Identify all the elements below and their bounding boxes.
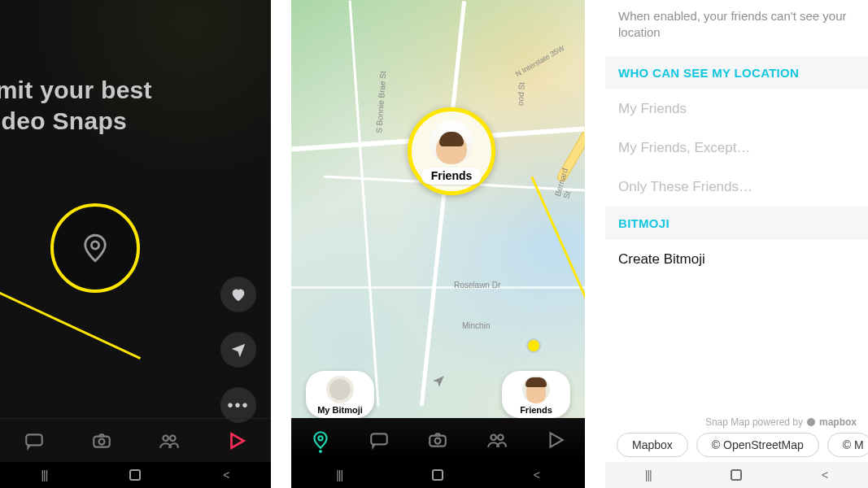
tab-friends[interactable]: [153, 425, 185, 457]
chip-label: My Bitmoji: [317, 405, 363, 415]
attribution-pills: Mapbox © OpenStreetMap © M: [605, 433, 868, 462]
play-icon: [545, 429, 566, 451]
chip-my-bitmoji[interactable]: My Bitmoji: [306, 371, 374, 418]
panel-gap: [271, 0, 291, 488]
tab-spotlight[interactable]: [220, 425, 253, 457]
svg-rect-7: [372, 434, 388, 444]
svg-point-3: [98, 438, 104, 444]
share-button[interactable]: [220, 332, 256, 368]
option-create-bitmoji[interactable]: Create Bitmoji: [605, 240, 868, 279]
pill-more[interactable]: © M: [827, 433, 868, 457]
tab-chat[interactable]: [363, 424, 395, 456]
android-nav-bar: ||| <: [605, 462, 868, 488]
pill-openstreetmap[interactable]: © OpenStreetMap: [696, 433, 819, 457]
svg-point-11: [498, 435, 504, 441]
nav-home[interactable]: [731, 469, 742, 481]
section-header-bitmoji: BITMOJI: [605, 207, 868, 240]
nav-back[interactable]: <: [223, 468, 229, 481]
pill-mapbox[interactable]: Mapbox: [617, 433, 688, 457]
android-nav-bar: ||| <: [0, 462, 271, 488]
attribution-prefix: Snap Map powered by: [705, 416, 803, 428]
like-button[interactable]: [220, 277, 256, 312]
location-pin-highlight[interactable]: [50, 203, 140, 293]
ellipsis-icon: •••: [227, 396, 249, 415]
promo-line-1: bmit your best: [0, 75, 260, 106]
bottom-tab-bar: [0, 418, 271, 462]
bitmoji-avatar: [430, 120, 473, 164]
panel-gap: [585, 0, 605, 488]
map-bottom-chips: My Bitmoji Friends: [291, 371, 585, 418]
heart-icon: [229, 285, 247, 303]
chat-icon: [24, 430, 45, 451]
option-only-these-friends[interactable]: Only These Friends…: [605, 168, 868, 207]
svg-point-6: [318, 436, 322, 440]
friends-callout-label: Friends: [421, 168, 482, 185]
spotlight-side-buttons: •••: [220, 277, 256, 423]
bottom-tab-bar: [291, 418, 585, 462]
nav-home[interactable]: [129, 469, 141, 481]
svg-point-4: [164, 435, 169, 441]
svg-point-5: [170, 435, 176, 441]
street-label: ood St: [516, 82, 526, 107]
nav-recents[interactable]: |||: [336, 468, 342, 481]
tab-camera[interactable]: [421, 424, 454, 456]
panel-settings: When enabled, your friends can't see you…: [605, 0, 868, 488]
android-nav-bar: ||| <: [291, 462, 585, 488]
svg-point-10: [491, 435, 496, 441]
send-icon: [229, 341, 247, 359]
play-icon: [226, 430, 247, 451]
camera-icon: [91, 430, 112, 451]
nav-back[interactable]: <: [534, 468, 540, 481]
location-pin-icon: [310, 429, 331, 451]
nav-recents[interactable]: |||: [645, 468, 652, 481]
nav-home[interactable]: [432, 469, 443, 481]
nav-recents[interactable]: |||: [41, 468, 47, 481]
location-pin-icon: [78, 231, 112, 265]
promo-line-2: video Snaps: [0, 106, 260, 137]
promo-text: bmit your best video Snaps: [0, 75, 260, 137]
map-attribution: Snap Map powered by mapbox: [605, 416, 868, 433]
tab-spotlight[interactable]: [539, 424, 572, 456]
attribution-brand: mapbox: [819, 416, 857, 428]
chip-label: Friends: [520, 405, 552, 415]
svg-point-9: [435, 438, 441, 444]
chip-friends[interactable]: Friends: [502, 371, 570, 418]
callout-leader-dot: [528, 340, 539, 351]
tab-friends[interactable]: [481, 424, 513, 456]
option-my-friends[interactable]: My Friends: [605, 89, 868, 129]
mapbox-logo-icon: [806, 417, 816, 427]
spacer: [605, 279, 868, 417]
option-my-friends-except[interactable]: My Friends, Except…: [605, 129, 868, 168]
svg-rect-1: [26, 434, 42, 445]
svg-point-0: [91, 242, 98, 249]
tab-chat[interactable]: [18, 425, 50, 457]
camera-icon: [427, 429, 448, 451]
chat-icon: [369, 429, 390, 451]
panel-snap-map: S Bonnie Brae St ood St Bernard St Rosel…: [291, 0, 585, 488]
nav-back[interactable]: <: [822, 468, 828, 481]
section-header-location: WHO CAN SEE MY LOCATION: [605, 56, 868, 89]
street-label: Minchin: [462, 321, 490, 330]
ghost-mode-hint: When enabled, your friends can't see you…: [605, 0, 868, 56]
panel-spotlight-dark: bmit your best video Snaps •••: [0, 0, 271, 488]
bitmoji-placeholder-icon: [326, 376, 354, 403]
people-icon: [159, 430, 180, 451]
friends-callout-highlight[interactable]: Friends: [408, 107, 495, 195]
tab-camera[interactable]: [85, 425, 118, 457]
svg-point-12: [807, 418, 815, 426]
bitmoji-avatar-icon: [522, 376, 550, 403]
people-icon: [486, 429, 508, 451]
